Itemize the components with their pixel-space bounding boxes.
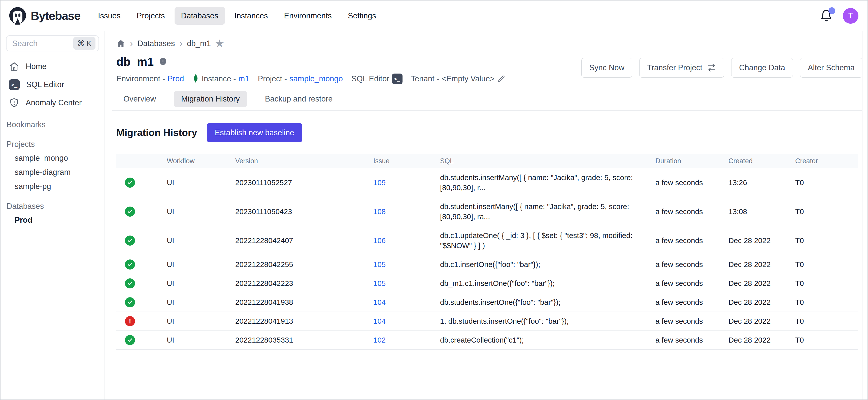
nav-instances[interactable]: Instances — [228, 7, 275, 25]
column-header-issue: Issue — [373, 154, 440, 168]
sql-cell: db.c1.insertOne({"foo": "bar"}); — [440, 255, 655, 274]
exclamation-glyph: ! — [129, 318, 131, 325]
breadcrumb-item[interactable]: db_m1 — [187, 39, 211, 48]
instance-link[interactable]: m1 — [239, 74, 249, 83]
creator-cell: T0 — [795, 312, 858, 331]
issue-cell: 108 — [373, 197, 440, 226]
sync-now-button[interactable]: Sync Now — [581, 58, 632, 78]
project-link[interactable]: sample_mongo — [289, 74, 343, 83]
duration-cell: a few seconds — [655, 226, 728, 255]
error-icon: ! — [125, 316, 135, 326]
success-icon — [125, 207, 135, 217]
home-icon[interactable] — [116, 39, 125, 48]
page-title: db_m1 — [116, 55, 154, 68]
action-button-label: Change Data — [739, 63, 785, 72]
issue-link[interactable]: 105 — [373, 260, 385, 269]
status-cell — [116, 197, 167, 226]
app-layout: Search ⌘ K Home>_SQL EditorAnomaly Cente… — [0, 31, 868, 400]
created-cell: Dec 28 2022 — [728, 226, 795, 255]
created-cell: 13:08 — [728, 197, 795, 226]
duration-cell: a few seconds — [655, 168, 728, 197]
issue-link[interactable]: 109 — [373, 178, 385, 187]
issue-link[interactable]: 108 — [373, 207, 385, 216]
version-cell: 20221228042407 — [235, 226, 373, 255]
notification-dot — [829, 7, 835, 14]
environment-label: Environment - — [116, 74, 165, 83]
sql-editor-icon[interactable]: >_ — [392, 73, 403, 84]
sidebar-item-sample-diagram[interactable]: sample-diagram — [0, 165, 104, 179]
issue-cell: 102 — [373, 331, 440, 350]
check-icon — [127, 180, 133, 186]
favorite-star-icon[interactable]: ★ — [215, 38, 224, 49]
issue-cell: 104 — [373, 312, 440, 331]
table-row: UI20221228042255105db.c1.insertOne({"foo… — [116, 255, 858, 274]
section-title: Migration History — [116, 127, 197, 138]
table-row: !UI202212280419131041. db.students.inser… — [116, 312, 858, 331]
issue-link[interactable]: 102 — [373, 336, 385, 344]
sidebar-item-home[interactable]: Home — [0, 57, 104, 75]
brand[interactable]: Bytebase — [8, 6, 80, 25]
creator-cell: T0 — [795, 226, 858, 255]
terminal-icon: >_ — [9, 79, 20, 90]
instance-label: Instance - — [202, 74, 236, 83]
workflow-cell: UI — [167, 293, 235, 312]
tab-backup-and-restore[interactable]: Backup and restore — [258, 91, 340, 107]
table-row: UI20221228042223105db_m1.c1.insertOne({"… — [116, 274, 858, 293]
column-header-workflow: Workflow — [167, 154, 235, 168]
column-header-sql: SQL — [440, 154, 655, 168]
sidebar-item-prod[interactable]: Prod — [0, 213, 104, 227]
sidebar-section-projects: Projects — [0, 137, 104, 151]
nav-databases[interactable]: Databases — [175, 7, 225, 25]
duration-cell: a few seconds — [655, 293, 728, 312]
version-cell: 20230111050423 — [235, 197, 373, 226]
alter-schema-button[interactable]: Alter Schema — [800, 58, 863, 78]
breadcrumb-item[interactable]: Databases — [137, 39, 175, 48]
table-row: UI20221228035331102db.createCollection("… — [116, 331, 858, 350]
database-tabs: OverviewMigration HistoryBackup and rest… — [112, 91, 863, 111]
establish-baseline-button[interactable]: Establish new baseline — [207, 123, 302, 142]
issue-link[interactable]: 105 — [373, 279, 385, 287]
sql-cell: db.students.insertMany([ { name: "Jacika… — [440, 168, 655, 197]
success-icon — [125, 297, 135, 307]
transfer-project-button[interactable]: Transfer Project — [639, 58, 724, 78]
tab-overview[interactable]: Overview — [116, 91, 163, 107]
issue-cell: 109 — [373, 168, 440, 197]
environment-link[interactable]: Prod — [167, 74, 184, 83]
tab-migration-history[interactable]: Migration History — [174, 91, 247, 107]
success-icon — [125, 278, 135, 288]
sidebar-item-sql-editor[interactable]: >_SQL Editor — [0, 75, 104, 94]
avatar[interactable]: T — [843, 8, 859, 24]
notifications-button[interactable] — [819, 9, 833, 23]
search-input[interactable]: Search ⌘ K — [6, 35, 99, 51]
topbar-right: T — [819, 8, 859, 24]
success-icon — [125, 236, 135, 246]
success-icon — [125, 178, 135, 188]
issue-link[interactable]: 104 — [373, 298, 385, 306]
column-header-creator: Creator — [795, 154, 858, 168]
issue-link[interactable]: 106 — [373, 236, 385, 245]
sql-cell: db.student.insertMany([ { name: "Jacika"… — [440, 197, 655, 226]
nav-projects[interactable]: Projects — [130, 7, 172, 25]
instance-meta: Instance - m1 — [192, 74, 249, 84]
created-cell: Dec 28 2022 — [728, 293, 795, 312]
project-meta: Project - sample_mongo — [258, 74, 343, 83]
nav-issues[interactable]: Issues — [91, 7, 127, 25]
nav-settings[interactable]: Settings — [341, 7, 383, 25]
sidebar-item-label: Home — [26, 62, 46, 71]
sidebar-item-sample-pg[interactable]: sample-pg — [0, 179, 104, 193]
nav-environments[interactable]: Environments — [278, 7, 339, 25]
workflow-cell: UI — [167, 331, 235, 350]
chevron-right-icon: › — [129, 39, 133, 48]
column-header-duration: Duration — [655, 154, 728, 168]
column-header-status — [116, 154, 167, 168]
sidebar-item-anomaly-center[interactable]: Anomaly Center — [0, 94, 104, 112]
sql-cell: db.createCollection("c1"); — [440, 331, 655, 350]
change-data-button[interactable]: Change Data — [731, 58, 793, 78]
edit-tenant-icon[interactable] — [497, 74, 505, 83]
database-actions: Sync NowTransfer ProjectChange DataAlter… — [581, 58, 863, 78]
created-cell: Dec 28 2022 — [728, 255, 795, 274]
version-cell: 20221228042255 — [235, 255, 373, 274]
issue-link[interactable]: 104 — [373, 317, 385, 325]
duration-cell: a few seconds — [655, 197, 728, 226]
sidebar-item-sample_mongo[interactable]: sample_mongo — [0, 151, 104, 165]
